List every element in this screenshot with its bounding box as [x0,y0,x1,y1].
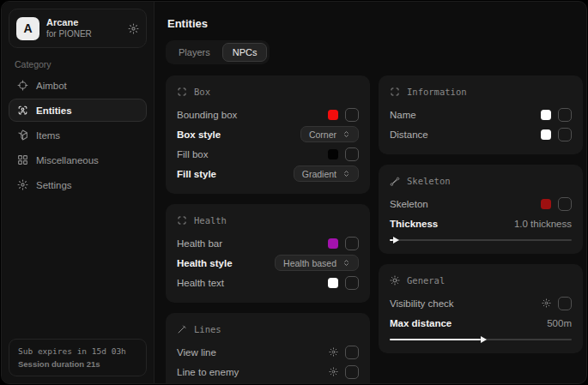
gear-icon [17,179,28,190]
setting-row-view-line: View line [177,342,359,362]
color-swatch[interactable] [541,110,551,120]
view-line-checkbox[interactable] [345,346,359,359]
setting-row-skeleton: Skeleton [390,194,572,214]
color-swatch[interactable] [328,238,338,249]
sidebar-item-label: Miscellaneous [36,155,99,165]
sidebar: A Arcane for PIONER Category Aimbot Enti… [2,2,155,383]
health-text-checkbox[interactable] [345,276,359,290]
tab-npcs[interactable]: NPCs [222,43,268,62]
visibility-check-gear-icon[interactable] [542,298,551,308]
crosshair-icon [17,80,28,91]
thickness-slider[interactable] [390,237,572,244]
bounding-box-checkbox[interactable] [345,108,359,122]
right-column: Information Name Distance [379,75,583,384]
box-card: Box Bounding box Box style Corner [166,75,370,194]
chevrons-up-down-icon [342,130,350,138]
general-card: General Visibility check Max distance 50… [379,264,583,353]
scan-icon [390,87,400,97]
setting-row-line-to-enemy: Line to enemy [177,362,359,382]
sidebar-item-label: Settings [36,180,72,190]
setting-row-fill-box: Fill box [177,144,359,164]
thickness-slider-fill [390,239,393,241]
chevrons-up-down-icon [342,170,350,177]
color-swatch[interactable] [328,278,338,288]
left-column: Box Bounding box Box style Corner [166,75,370,384]
main-content: Entities Players NPCs Box Bounding box [155,2,587,383]
dropdown-value: Gradient [302,169,336,179]
session-duration-text: Session duration 21s [18,359,137,369]
information-card: Information Name Distance [379,75,583,154]
tab-players[interactable]: Players [168,43,221,62]
header-gear-icon[interactable] [128,23,139,34]
scan-icon [177,215,187,226]
card-title: Skeleton [407,176,451,186]
health-style-dropdown[interactable]: Health based [275,255,359,271]
page-title: Entities [167,17,581,30]
setting-row-health-style: Health style Health based [177,253,359,273]
setting-row-bounding-box: Bounding box [177,105,359,124]
max-distance-slider[interactable] [390,336,572,343]
max-distance-value: 500m [547,318,572,328]
entity-tabs: Players NPCs [166,40,270,64]
chevrons-up-down-icon [342,259,350,267]
skeleton-checkbox[interactable] [558,197,572,211]
card-title: Lines [194,324,221,334]
box-style-dropdown[interactable]: Corner [300,126,359,142]
setting-row-fill-style: Fill style Gradient [177,164,359,183]
setting-row-max-distance: Max distance 500m [390,313,572,333]
setting-row-thickness: Thickness 1.0 thickness [390,214,572,233]
max-distance-slider-fill [390,339,481,340]
card-columns: Box Bounding box Box style Corner [166,75,583,384]
setting-row-distance: Distance [390,124,572,144]
fill-box-checkbox[interactable] [345,147,359,161]
sidebar-item-aimbot[interactable]: Aimbot [9,74,147,97]
distance-checkbox[interactable] [558,128,572,141]
health-bar-checkbox[interactable] [345,237,359,250]
line-to-enemy-gear-icon[interactable] [329,367,338,376]
sidebar-item-settings[interactable]: Settings [9,173,147,196]
color-swatch[interactable] [328,110,338,120]
grid-icon [17,154,28,165]
setting-row-name: Name [390,105,572,124]
visibility-check-checkbox[interactable] [558,297,572,310]
sidebar-item-label: Aimbot [36,81,67,91]
color-swatch[interactable] [541,129,551,140]
health-card: Health Health bar Health style Health ba… [166,204,370,303]
dropdown-value: Health based [283,258,336,268]
app-title-block: Arcane for PIONER [46,17,92,39]
sidebar-item-label: Items [36,130,60,141]
skeleton-card: Skeleton Skeleton Thickness 1.0 thicknes… [379,165,583,254]
person-scan-icon [17,105,28,116]
category-label: Category [15,59,141,69]
sun-icon [390,275,400,286]
lines-card: Lines View line Line to enemy [166,313,370,384]
setting-row-health-bar: Health bar [177,233,359,253]
sub-expiry-text: Sub expires in 15d 03h [18,346,137,356]
sidebar-item-label: Entities [36,105,72,116]
app-header: A Arcane for PIONER [9,9,147,48]
pencil-line-icon [177,324,187,334]
view-line-gear-icon[interactable] [329,347,338,357]
setting-row-box-style: Box style Corner [177,124,359,144]
card-title: General [407,275,445,286]
fill-style-dropdown[interactable]: Gradient [294,165,359,182]
name-checkbox[interactable] [558,108,572,122]
setting-row-visibility-check: Visibility check [390,293,572,313]
line-to-enemy-checkbox[interactable] [345,365,359,379]
card-title: Information [407,87,467,97]
app-window: A Arcane for PIONER Category Aimbot Enti… [1,1,587,384]
subscription-info: Sub expires in 15d 03h Session duration … [9,339,147,376]
card-title: Box [194,87,210,97]
card-title: Health [194,215,227,226]
color-swatch[interactable] [541,199,551,209]
app-logo: A [16,17,39,40]
setting-row-health-text: Health text [177,273,359,292]
thickness-value: 1.0 thickness [514,219,572,229]
package-icon [17,129,28,141]
sidebar-item-miscellaneous[interactable]: Miscellaneous [9,148,147,171]
sidebar-item-entities[interactable]: Entities [9,99,147,122]
sidebar-item-items[interactable]: Items [9,123,147,147]
app-subtitle: for PIONER [46,29,92,40]
color-swatch[interactable] [328,149,338,159]
dropdown-value: Corner [309,129,336,140]
